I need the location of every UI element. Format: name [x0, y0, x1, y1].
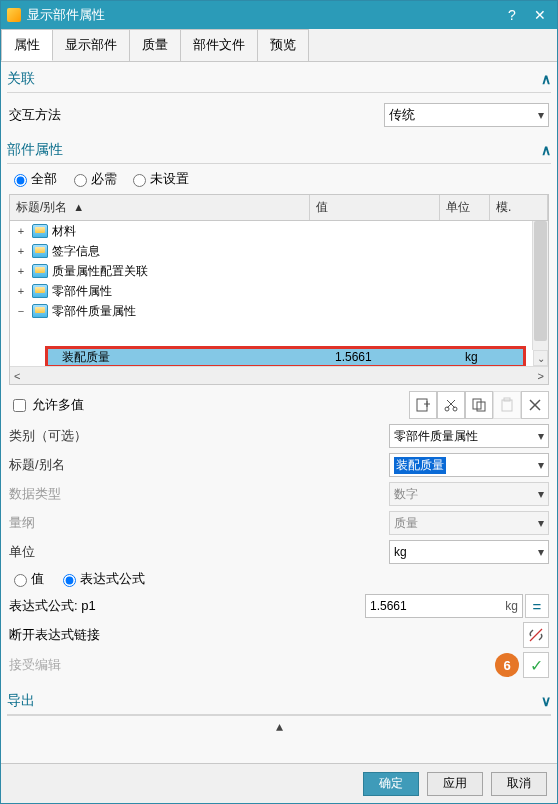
tree-label: 零部件属性	[52, 283, 112, 300]
radio-all[interactable]: 全部	[9, 170, 57, 188]
radio-expression[interactable]: 表达式公式	[58, 570, 145, 588]
accept-edit-label: 接受编辑	[9, 656, 61, 674]
col-header-mod[interactable]: 模.	[490, 195, 548, 220]
expression-value-input[interactable]: 1.5661 kg	[365, 594, 523, 618]
tree-label: 质量属性配置关联	[52, 263, 148, 280]
title-alias-select[interactable]: 装配质量 ▾	[389, 453, 549, 477]
help-button[interactable]: ?	[501, 4, 523, 26]
col-header-unit[interactable]: 单位	[440, 195, 490, 220]
tab-display-parts[interactable]: 显示部件	[52, 29, 130, 61]
title-alias-label: 标题/别名	[9, 456, 124, 474]
collapse-panel-toggle[interactable]: ▴	[7, 715, 551, 736]
section-header-export[interactable]: 导出 ∨	[7, 688, 551, 715]
tree-label: 材料	[52, 223, 76, 240]
attribute-grid: 标题/别名▲ 值 单位 模. +材料 +签字信息 +质量属性配置关联 +零部件属…	[9, 194, 549, 385]
tab-attributes[interactable]: 属性	[1, 29, 53, 61]
allow-multivalue-checkbox[interactable]	[13, 399, 26, 412]
chevron-down-icon: ▾	[538, 487, 544, 501]
selected-title: 装配质量	[62, 349, 335, 366]
chevron-down-icon: ▾	[538, 429, 544, 443]
tab-part-file[interactable]: 部件文件	[180, 29, 258, 61]
dimension-select: 质量 ▾	[389, 511, 549, 535]
section-body-attrs: 全部 必需 未设置 标题/别名▲ 值 单位 模. +材料 +签字信息 +质量属性…	[7, 164, 551, 688]
tree-row[interactable]: +签字信息	[10, 241, 548, 261]
accept-edit-button[interactable]: ✓	[523, 652, 549, 678]
scroll-left-icon[interactable]: <	[14, 370, 20, 382]
paste-icon	[493, 391, 521, 419]
section-body-assoc: 交互方法 传统 ▾	[7, 93, 551, 137]
expand-icon[interactable]: +	[14, 285, 28, 297]
dialog-window: 显示部件属性 ? ✕ 属性 显示部件 质量 部件文件 预览 关联 ∧ 交互方法 …	[0, 0, 558, 804]
svg-rect-0	[417, 399, 427, 411]
cut-icon[interactable]	[437, 391, 465, 419]
svg-rect-9	[502, 400, 512, 411]
title-bar[interactable]: 显示部件属性 ? ✕	[1, 1, 557, 29]
folder-icon	[32, 244, 48, 258]
section-title-attrs: 部件属性	[7, 141, 63, 159]
datatype-value: 数字	[394, 486, 418, 503]
col-header-value[interactable]: 值	[310, 195, 440, 220]
interaction-method-select[interactable]: 传统 ▾	[384, 103, 549, 127]
tree-row[interactable]: +材料	[10, 221, 548, 241]
folder-icon	[32, 224, 48, 238]
section-header-assoc[interactable]: 关联 ∧	[7, 66, 551, 93]
allow-multivalue-label: 允许多值	[32, 396, 84, 414]
horizontal-scrollbar[interactable]: < >	[10, 366, 548, 384]
category-value: 零部件质量属性	[394, 428, 478, 445]
expression-formula-label: 表达式公式: p1	[9, 597, 209, 615]
value-or-expression-group: 值 表达式公式	[9, 570, 549, 590]
folder-icon	[32, 264, 48, 278]
radio-value[interactable]: 值	[9, 570, 44, 588]
expand-icon[interactable]: +	[14, 225, 28, 237]
radio-required[interactable]: 必需	[69, 170, 117, 188]
selected-attribute-row[interactable]: 装配质量 1.5661 kg	[45, 346, 526, 366]
vertical-scrollbar[interactable]: ⌄	[532, 221, 548, 350]
folder-icon	[32, 284, 48, 298]
scroll-right-icon[interactable]: >	[538, 370, 544, 382]
tab-strip: 属性 显示部件 质量 部件文件 预览	[1, 29, 557, 62]
radio-unset[interactable]: 未设置	[128, 170, 189, 188]
expand-icon[interactable]: +	[14, 245, 28, 257]
col-header-title[interactable]: 标题/别名▲	[10, 195, 310, 220]
copy-icon[interactable]	[465, 391, 493, 419]
selected-value: 1.5661	[335, 350, 465, 364]
datatype-select: 数字 ▾	[389, 482, 549, 506]
cancel-button[interactable]: 取消	[491, 772, 547, 796]
section-header-attrs[interactable]: 部件属性 ∧	[7, 137, 551, 164]
collapse-icon[interactable]: −	[14, 305, 28, 317]
collapse-icon[interactable]: ∧	[541, 71, 551, 87]
equals-button[interactable]: =	[525, 594, 549, 618]
tree-row[interactable]: +质量属性配置关联	[10, 261, 548, 281]
scroll-down-icon[interactable]: ⌄	[533, 350, 548, 366]
chevron-down-icon: ▾	[538, 545, 544, 559]
unit-select[interactable]: kg ▾	[389, 540, 549, 564]
step-badge: 6	[495, 653, 519, 677]
chevron-down-icon: ▾	[538, 458, 544, 472]
expand-icon[interactable]: ∨	[541, 693, 551, 709]
dialog-footer: 确定 应用 取消	[1, 763, 557, 803]
chevron-down-icon: ▾	[538, 516, 544, 530]
tab-preview[interactable]: 预览	[257, 29, 309, 61]
window-title: 显示部件属性	[27, 6, 105, 24]
tree-row[interactable]: +零部件属性	[10, 281, 548, 301]
add-icon[interactable]	[409, 391, 437, 419]
close-button[interactable]: ✕	[529, 4, 551, 26]
expand-icon[interactable]: +	[14, 265, 28, 277]
apply-button[interactable]: 应用	[427, 772, 483, 796]
break-link-button[interactable]	[523, 622, 549, 648]
title-alias-value: 装配质量	[394, 457, 446, 474]
scrollbar-thumb[interactable]	[534, 221, 547, 341]
collapse-icon[interactable]: ∧	[541, 142, 551, 158]
tree-row[interactable]: −零部件质量属性	[10, 301, 548, 321]
dimension-label: 量纲	[9, 514, 124, 532]
ok-button[interactable]: 确定	[363, 772, 419, 796]
expression-unit: kg	[499, 599, 518, 613]
section-title-assoc: 关联	[7, 70, 35, 88]
section-title-export: 导出	[7, 692, 35, 710]
filter-radio-group: 全部 必需 未设置	[9, 170, 549, 190]
category-select[interactable]: 零部件质量属性 ▾	[389, 424, 549, 448]
tab-mass[interactable]: 质量	[129, 29, 181, 61]
delete-icon[interactable]	[521, 391, 549, 419]
selected-unit: kg	[465, 350, 515, 364]
interaction-method-label: 交互方法	[9, 106, 61, 124]
